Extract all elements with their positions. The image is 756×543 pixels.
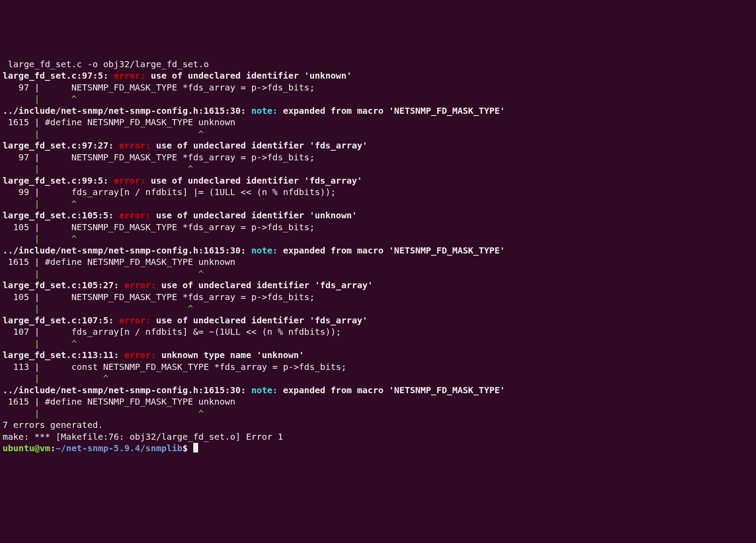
diag-caret: | ^ [3,233,77,244]
diag-msg: unknown type name 'unknown' [161,350,304,360]
diag-loc: large_fd_set.c:97:27: [3,140,119,151]
diag-code: 97 | NETSNMP_FD_MASK_TYPE *fds_array = p… [3,82,315,93]
diag-code: 1615 | #define NETSNMP_FD_MASK_TYPE unkn… [3,257,235,267]
diag-msg: use of undeclared identifier 'unknown' [151,70,352,81]
diag-caret: | ^ [3,94,77,104]
diag-code: 105 | NETSNMP_FD_MASK_TYPE *fds_array = … [3,222,315,232]
diag-error-tag: error: [119,210,156,221]
diag-loc: large_fd_set.c:107:5: [3,315,119,326]
make-error: make: *** [Makefile:76: obj32/large_fd_s… [3,431,283,442]
terminal-output[interactable]: large_fd_set.c -o obj32/large_fd_set.o l… [0,58,756,454]
diag-caret: | ^ [3,408,204,419]
diag-loc: ../include/net-snmp/net-snmp-config.h:16… [3,245,251,256]
diag-caret: | ^ [3,129,204,139]
diag-caret: | ^ [3,268,204,279]
prompt-cwd: ~/net-snmp-5.9.4/snmplib [55,443,182,453]
diag-code: 107 | fds_array[n / nfdbits] &= ~(1ULL <… [3,326,341,337]
diag-code: 1615 | #define NETSNMP_FD_MASK_TYPE unkn… [3,396,235,407]
diag-error-tag: error: [124,350,161,360]
diag-msg: use of undeclared identifier 'unknown' [156,210,357,221]
diag-note-tag: note: [251,105,283,116]
diag-loc: ../include/net-snmp/net-snmp-config.h:16… [3,105,251,116]
diag-caret: | ^ [3,303,193,314]
diag-caret: | ^ [3,199,77,209]
diag-loc: large_fd_set.c:113:11: [3,350,124,360]
prompt-user-host: ubuntu@vm [3,443,50,453]
diag-code: 97 | NETSNMP_FD_MASK_TYPE *fds_array = p… [3,152,315,163]
diag-caret: | ^ [3,338,77,349]
prompt-colon: : [50,443,55,453]
diag-caret: | ^ [3,163,193,174]
diag-loc: large_fd_set.c:97:5: [3,70,114,81]
diag-loc: large_fd_set.c:99:5: [3,175,114,186]
diag-loc: large_fd_set.c:105:27: [3,280,124,290]
diag-note-tag: note: [251,245,283,256]
cursor-icon[interactable] [193,443,198,452]
diag-msg: use of undeclared identifier 'fds_array' [156,315,368,326]
diag-msg: use of undeclared identifier 'fds_array' [161,280,373,290]
diag-code: 1615 | #define NETSNMP_FD_MASK_TYPE unkn… [3,117,235,127]
diag-msg: expanded from macro 'NETSNMP_FD_MASK_TYP… [283,105,505,116]
diag-note-tag: note: [251,385,283,395]
diag-code: 105 | NETSNMP_FD_MASK_TYPE *fds_array = … [3,292,315,302]
diag-caret: | ^ [3,373,109,384]
diag-msg: expanded from macro 'NETSNMP_FD_MASK_TYP… [283,385,505,395]
diag-error-tag: error: [114,175,151,186]
diag-loc: ../include/net-snmp/net-snmp-config.h:16… [3,385,251,395]
diag-msg: use of undeclared identifier 'fds_array' [156,140,368,151]
diag-error-tag: error: [124,280,161,290]
error-summary: 7 errors generated. [3,420,103,430]
diag-error-tag: error: [119,315,156,326]
diag-code: 113 | const NETSNMP_FD_MASK_TYPE *fds_ar… [3,362,347,372]
diag-error-tag: error: [114,70,151,81]
compile-cmd-line: large_fd_set.c -o obj32/large_fd_set.o [3,59,209,69]
diag-error-tag: error: [119,140,156,151]
diag-msg: use of undeclared identifier 'fds_array' [151,175,362,186]
diag-code: 99 | fds_array[n / nfdbits] |= (1ULL << … [3,187,336,197]
diag-msg: expanded from macro 'NETSNMP_FD_MASK_TYP… [283,245,505,256]
prompt-dollar: $ [182,443,193,453]
diag-loc: large_fd_set.c:105:5: [3,210,119,221]
